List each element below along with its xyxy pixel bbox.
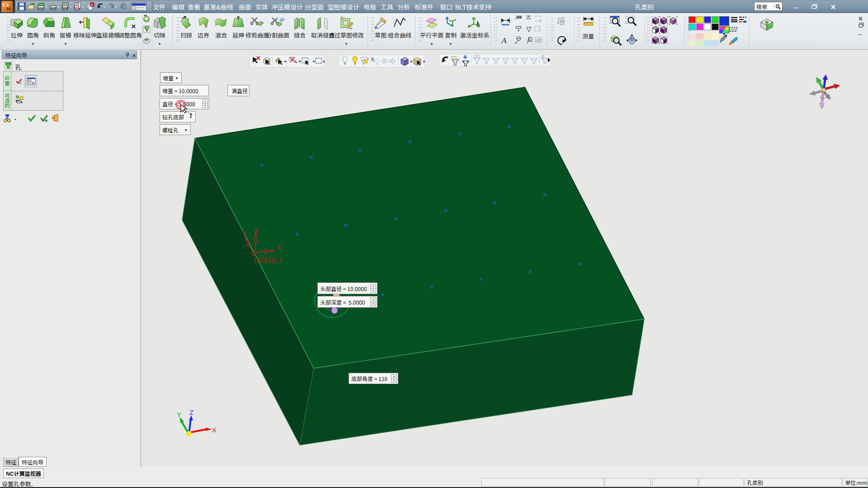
- svg-text:Y: Y: [177, 409, 181, 419]
- svg-text:▼: ▼: [312, 59, 316, 64]
- svg-text:X: X: [212, 425, 217, 434]
- svg-text:Z: Z: [189, 407, 193, 417]
- svg-text:▼: ▼: [298, 59, 302, 64]
- svg-text:Y: Y: [242, 229, 247, 238]
- svg-text:▼: ▼: [410, 59, 413, 64]
- svg-text:UCS10_1: UCS10_1: [254, 255, 283, 264]
- svg-text:▼: ▼: [322, 59, 325, 64]
- svg-text:▼: ▼: [422, 59, 425, 64]
- svg-text:Z: Z: [254, 226, 258, 235]
- svg-text:X: X: [277, 243, 282, 252]
- svg-text:▼: ▼: [283, 59, 287, 64]
